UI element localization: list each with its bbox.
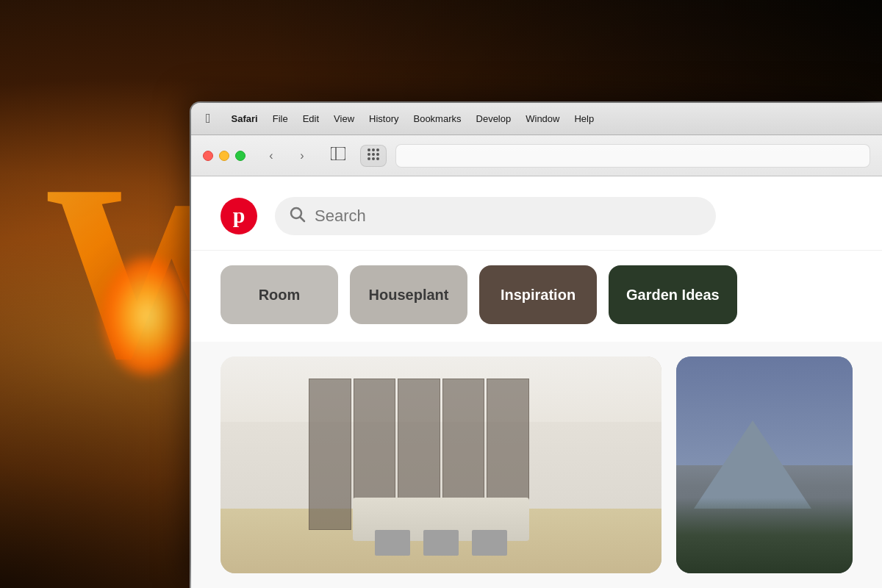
- back-icon: ‹: [269, 149, 273, 162]
- svg-point-7: [376, 153, 379, 156]
- pin-card-mountain[interactable]: [676, 356, 853, 573]
- menu-view[interactable]: View: [326, 110, 362, 127]
- svg-line-12: [301, 217, 305, 221]
- menu-develop[interactable]: Develop: [469, 110, 519, 127]
- mac-window:  Safari File Edit View History Bookmark…: [191, 103, 882, 588]
- forward-button[interactable]: ›: [291, 145, 313, 167]
- menu-bookmarks[interactable]: Bookmarks: [406, 110, 468, 127]
- search-icon: [290, 207, 306, 226]
- category-chip-inspiration[interactable]: Inspiration: [479, 265, 597, 324]
- svg-point-8: [368, 157, 370, 160]
- menu-history[interactable]: History: [362, 110, 406, 127]
- category-chip-garden-ideas[interactable]: Garden Ideas: [609, 265, 737, 324]
- grid-icon: [367, 148, 380, 163]
- category-garden-ideas-label: Garden Ideas: [626, 287, 720, 304]
- svg-point-9: [372, 157, 375, 160]
- minimize-button[interactable]: [219, 151, 229, 161]
- tab-grid-button[interactable]: [360, 145, 387, 167]
- pin-card-room[interactable]: [220, 356, 662, 573]
- category-chip-houseplant[interactable]: Houseplant: [350, 265, 467, 324]
- forward-icon: ›: [300, 149, 304, 162]
- search-placeholder-text: Search: [315, 207, 366, 226]
- bulb-glow: [103, 257, 191, 375]
- pinterest-header: p Search: [191, 176, 882, 251]
- mountain-image: [676, 356, 853, 573]
- search-bar[interactable]: Search: [275, 197, 716, 235]
- close-button[interactable]: [203, 151, 213, 161]
- svg-rect-0: [331, 147, 345, 160]
- svg-point-5: [368, 153, 370, 156]
- svg-point-4: [376, 148, 379, 151]
- content-grid: [191, 342, 882, 588]
- pinterest-logo[interactable]: p: [220, 198, 257, 234]
- browser-toolbar: ‹ ›: [191, 135, 882, 176]
- svg-point-3: [372, 148, 375, 151]
- svg-point-6: [372, 153, 375, 156]
- menu-file[interactable]: File: [265, 110, 295, 127]
- menu-window[interactable]: Window: [518, 110, 567, 127]
- back-button[interactable]: ‹: [260, 145, 282, 167]
- menu-edit[interactable]: Edit: [295, 110, 326, 127]
- category-houseplant-label: Houseplant: [369, 287, 449, 304]
- category-inspiration-label: Inspiration: [501, 287, 576, 304]
- address-bar[interactable]: [395, 144, 870, 168]
- menu-safari[interactable]: Safari: [224, 110, 265, 127]
- sidebar-icon: [331, 147, 345, 164]
- category-room-label: Room: [259, 287, 301, 304]
- category-chip-room[interactable]: Room: [220, 265, 338, 324]
- menu-bar:  Safari File Edit View History Bookmark…: [191, 103, 882, 135]
- svg-point-2: [368, 148, 370, 151]
- browser-content: p Search Room H: [191, 176, 882, 588]
- pinterest-logo-letter: p: [233, 204, 245, 226]
- menu-help[interactable]: Help: [567, 110, 601, 127]
- room-image: [220, 356, 662, 573]
- maximize-button[interactable]: [235, 151, 245, 161]
- svg-point-10: [376, 157, 379, 160]
- categories-row: Room Houseplant Inspiration Garden Ideas: [191, 251, 882, 342]
- apple-logo-icon[interactable]: : [206, 111, 211, 126]
- traffic-lights: [203, 151, 245, 161]
- sidebar-toggle-button[interactable]: [325, 145, 351, 167]
